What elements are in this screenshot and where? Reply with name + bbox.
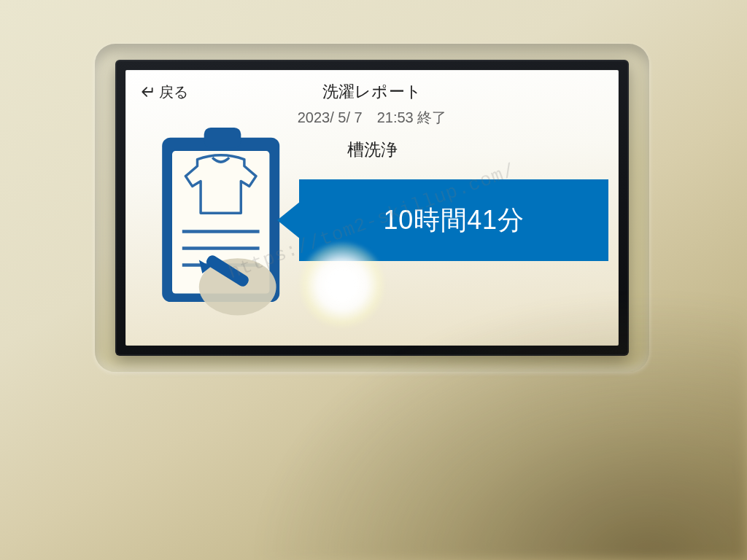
page-title: 洗濯レポート: [322, 81, 422, 103]
back-button[interactable]: 戻る: [136, 79, 193, 105]
duration-value: 10時間41分: [383, 203, 524, 238]
finish-timestamp: 2023/ 5/ 7 21:53 終了: [298, 108, 447, 128]
back-arrow-icon: [140, 85, 155, 99]
device-photo-scene: 戻る 洗濯レポート 2023/ 5/ 7 21:53 終了 槽洗浄: [0, 0, 747, 560]
wash-cycle-name: 槽洗浄: [347, 139, 398, 161]
appliance-touchscreen[interactable]: 戻る 洗濯レポート 2023/ 5/ 7 21:53 終了 槽洗浄: [125, 70, 619, 346]
back-label: 戻る: [159, 82, 188, 102]
svg-rect-1: [204, 128, 241, 148]
duration-callout: 10時間41分: [299, 179, 608, 261]
lcd-bezel: 戻る 洗濯レポート 2023/ 5/ 7 21:53 終了 槽洗浄: [115, 60, 629, 356]
header-bar: 戻る 洗濯レポート: [125, 76, 619, 108]
screen-recess: 戻る 洗濯レポート 2023/ 5/ 7 21:53 終了 槽洗浄: [95, 44, 649, 372]
